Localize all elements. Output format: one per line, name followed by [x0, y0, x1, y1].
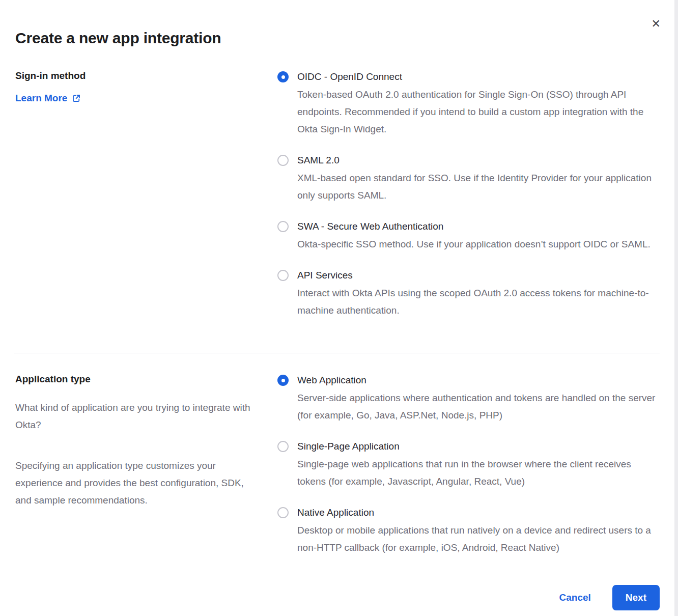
application-type-question: What kind of application are you trying … [15, 399, 261, 434]
option-description: Okta-specific SSO method. Use if your ap… [297, 236, 651, 253]
next-button[interactable]: Next [612, 585, 660, 610]
option-body: SAML 2.0 XML-based open standard for SSO… [297, 154, 660, 204]
radio-option-single-page-application[interactable]: Single-Page Application Single-page web … [277, 440, 660, 490]
application-type-hint: Specifying an application type customize… [15, 457, 261, 509]
option-body: Single-Page Application Single-page web … [297, 440, 660, 490]
radio-unselected-icon[interactable] [277, 155, 289, 166]
radio-option-swa[interactable]: SWA - Secure Web Authentication Okta-spe… [277, 220, 660, 253]
signin-method-section: Sign-in method Learn More OIDC - OpenID … [15, 70, 660, 319]
learn-more-link[interactable]: Learn More [15, 93, 81, 104]
option-description: Server-side applications where authentic… [297, 389, 660, 424]
radio-selected-icon[interactable] [277, 375, 289, 386]
option-body: SWA - Secure Web Authentication Okta-spe… [297, 220, 651, 253]
application-type-label: Application type [15, 374, 277, 385]
option-description: Desktop or mobile applications that run … [297, 522, 660, 556]
option-label[interactable]: API Services [297, 269, 660, 282]
radio-selected-icon[interactable] [277, 71, 289, 82]
section-divider [14, 353, 660, 353]
option-label[interactable]: OIDC - OpenID Connect [297, 70, 660, 83]
option-description: Interact with Okta APIs using the scoped… [297, 285, 660, 319]
signin-method-options: OIDC - OpenID Connect Token-based OAuth … [277, 70, 660, 319]
radio-option-api-services[interactable]: API Services Interact with Okta APIs usi… [277, 269, 660, 319]
application-type-left-column: Application type What kind of applicatio… [15, 374, 277, 556]
cancel-button[interactable]: Cancel [559, 592, 591, 603]
option-description: Token-based OAuth 2.0 authentication for… [297, 86, 660, 138]
radio-option-native-application[interactable]: Native Application Desktop or mobile app… [277, 506, 660, 556]
application-type-section: Application type What kind of applicatio… [15, 374, 660, 556]
radio-option-web-application[interactable]: Web Application Server-side applications… [277, 374, 660, 424]
option-description: XML-based open standard for SSO. Use if … [297, 170, 660, 204]
page-title: Create a new app integration [15, 0, 660, 47]
option-label[interactable]: Single-Page Application [297, 440, 660, 453]
radio-option-oidc[interactable]: OIDC - OpenID Connect Token-based OAuth … [277, 70, 660, 138]
application-type-options: Web Application Server-side applications… [277, 374, 660, 556]
option-label[interactable]: SWA - Secure Web Authentication [297, 220, 651, 233]
signin-method-label: Sign-in method [15, 70, 277, 81]
radio-option-saml[interactable]: SAML 2.0 XML-based open standard for SSO… [277, 154, 660, 204]
option-label[interactable]: Native Application [297, 506, 660, 519]
dialog-footer: Cancel Next [15, 585, 660, 610]
option-label[interactable]: SAML 2.0 [297, 154, 660, 166]
close-icon[interactable]: ✕ [652, 18, 661, 30]
radio-unselected-icon[interactable] [277, 441, 289, 452]
signin-method-left-column: Sign-in method Learn More [15, 70, 277, 319]
option-body: Native Application Desktop or mobile app… [297, 506, 660, 556]
radio-unselected-icon[interactable] [277, 270, 289, 281]
create-app-integration-dialog: ✕ Create a new app integration Sign-in m… [0, 0, 678, 616]
option-body: Web Application Server-side applications… [297, 374, 660, 424]
external-link-icon [72, 94, 81, 103]
option-description: Single-page web applications that run in… [297, 456, 660, 490]
learn-more-label: Learn More [15, 93, 67, 104]
radio-unselected-icon[interactable] [277, 507, 289, 518]
radio-unselected-icon[interactable] [277, 221, 289, 232]
scrollbar-track[interactable] [674, 0, 678, 616]
option-body: OIDC - OpenID Connect Token-based OAuth … [297, 70, 660, 138]
option-label[interactable]: Web Application [297, 374, 660, 386]
option-body: API Services Interact with Okta APIs usi… [297, 269, 660, 319]
